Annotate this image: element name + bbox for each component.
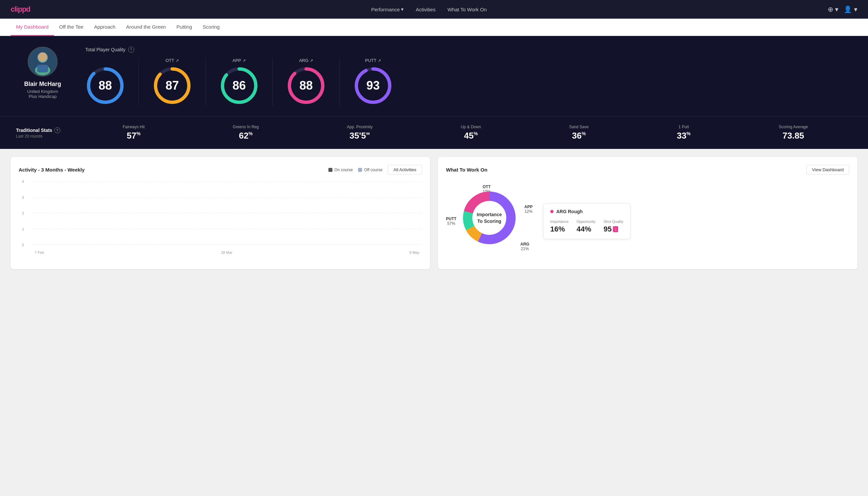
player-country: United Kingdom: [27, 89, 58, 94]
value-arg: 88: [299, 79, 313, 93]
circle-arg: ARG ↗ 88: [273, 58, 340, 106]
value-app: 86: [233, 79, 246, 93]
value-putt: 93: [366, 79, 380, 93]
metric-opportunity: Opportunity 44%: [577, 219, 596, 233]
value-total: 88: [99, 79, 112, 93]
x-label-3: 9 May: [409, 250, 419, 254]
x-label-1: 7 Feb: [35, 250, 44, 254]
circle-putt: PUTT ↗ 93: [340, 58, 406, 106]
view-dashboard-button[interactable]: View Dashboard: [806, 165, 849, 174]
donut-svg-container: Importance To Scoring: [459, 188, 519, 249]
ring-arg: 88: [286, 66, 326, 106]
bar-chart: 4 3 2 1 0 7 Feb 28 Mar 9 Ma: [19, 181, 422, 254]
avatar: [28, 47, 58, 77]
donut-area: OTT 10% APP 12% ARG 21% PUTT: [446, 181, 533, 261]
top-nav: clippd Performance ▾ Activities What To …: [0, 0, 868, 19]
x-label-2: 28 Mar: [221, 250, 232, 254]
ring-ott: 87: [152, 66, 192, 106]
activity-card-title: Activity - 3 Months - Weekly: [19, 167, 84, 173]
donut-label-putt: PUTT 57%: [446, 217, 456, 226]
user-menu[interactable]: 👤 ▾: [844, 5, 857, 13]
trad-help-icon[interactable]: ?: [54, 127, 60, 133]
trad-stats-list: Fairways Hit 57% Greens In Reg 62% App. …: [79, 125, 852, 141]
traditional-stats: Traditional Stats ? Last 20 rounds Fairw…: [0, 116, 868, 149]
stat-sand-save: Sand Save 36%: [569, 125, 589, 141]
info-panel-title: ARG Rough: [550, 209, 624, 214]
stat-greens-in-reg: Greens In Reg 62%: [233, 125, 259, 141]
legend-off-course: Off course: [358, 168, 382, 172]
tab-approach[interactable]: Approach: [89, 19, 121, 36]
bottom-section: Activity - 3 Months - Weekly On course O…: [0, 149, 868, 277]
svg-rect-4: [37, 65, 48, 73]
work-on-title: What To Work On: [446, 167, 487, 173]
nav-right: ⊕ ▾ 👤 ▾: [828, 5, 857, 13]
chart-legend: On course Off course: [328, 168, 383, 172]
metric-importance: Importance 16%: [550, 219, 569, 233]
trad-stats-title: Traditional Stats ? Last 20 rounds: [16, 127, 63, 139]
tab-scoring[interactable]: Scoring: [198, 19, 225, 36]
x-axis: 7 Feb 28 Mar 9 May: [32, 250, 422, 254]
stat-fairways-hit: Fairways Hit 57%: [123, 125, 145, 141]
hero-section: Blair McHarg United Kingdom Plus Handica…: [0, 36, 868, 116]
legend-on-course-dot: [328, 168, 332, 172]
circle-app: APP ↗ 86: [206, 58, 273, 106]
bars-container: [32, 181, 422, 245]
info-panel: ARG Rough Importance 16% Opportunity 44%…: [543, 203, 631, 239]
info-metrics: Importance 16% Opportunity 44% Shot Qual…: [550, 219, 624, 233]
stat-app-proximity: App. Proximity 35'5": [347, 125, 373, 141]
activity-card: Activity - 3 Months - Weekly On course O…: [11, 157, 430, 269]
nav-what-to-work-on[interactable]: What To Work On: [447, 7, 487, 12]
donut-section: OTT 10% APP 12% ARG 21% PUTT: [446, 181, 849, 261]
donut-svg: Importance To Scoring: [459, 188, 519, 248]
activity-card-header: Activity - 3 Months - Weekly On course O…: [19, 165, 422, 174]
shot-quality-badge: ↓: [613, 226, 618, 232]
all-activities-button[interactable]: All Activities: [388, 165, 422, 174]
tab-around-the-green[interactable]: Around the Green: [121, 19, 171, 36]
ring-putt: 93: [353, 66, 393, 106]
work-on-header: What To Work On View Dashboard: [446, 165, 849, 174]
stat-scoring-average: Scoring Average 73.85: [779, 125, 808, 141]
player-info: Blair McHarg United Kingdom Plus Handica…: [16, 47, 69, 99]
avatar-image: [28, 47, 57, 77]
legend-off-course-dot: [358, 168, 362, 172]
ring-total: 88: [85, 66, 125, 106]
logo: clippd: [11, 5, 30, 14]
red-dot-icon: [550, 210, 554, 213]
svg-point-3: [38, 52, 47, 61]
stats-section: Total Player Quality ? 88: [85, 47, 852, 106]
nav-activities[interactable]: Activities: [416, 7, 435, 12]
value-ott: 87: [165, 79, 179, 93]
total-quality-label: Total Player Quality ?: [85, 47, 852, 52]
nav-performance[interactable]: Performance ▾: [371, 6, 404, 12]
svg-text:Importance: Importance: [477, 212, 502, 217]
svg-text:To Scoring: To Scoring: [477, 218, 501, 224]
add-button[interactable]: ⊕ ▾: [828, 5, 839, 13]
tab-my-dashboard[interactable]: My Dashboard: [11, 19, 54, 36]
player-name: Blair McHarg: [24, 81, 61, 88]
help-icon[interactable]: ?: [128, 47, 134, 52]
stat-1-putt: 1 Putt 33%: [677, 125, 691, 141]
circle-total: 88: [85, 58, 139, 106]
metric-shot-quality: Shot Quality 95 ↓: [603, 219, 624, 233]
legend-on-course: On course: [328, 168, 353, 172]
donut-label-arg: ARG 21%: [520, 242, 529, 251]
donut-label-app: APP 12%: [524, 204, 533, 214]
stat-up-and-down: Up & Down 45%: [461, 125, 481, 141]
quality-circles: 88 OTT ↗ 87: [85, 58, 852, 106]
grid-line-0: 0: [32, 245, 422, 245]
work-on-card: What To Work On View Dashboard OTT 10% A…: [438, 157, 857, 269]
tab-off-the-tee[interactable]: Off the Tee: [54, 19, 89, 36]
tab-putting[interactable]: Putting: [171, 19, 198, 36]
svg-point-20: [473, 201, 506, 234]
player-handicap: Plus Handicap: [29, 94, 57, 99]
nav-links: Performance ▾ Activities What To Work On: [371, 6, 487, 12]
ring-app: 86: [219, 66, 259, 106]
sub-nav: My Dashboard Off the Tee Approach Around…: [0, 19, 868, 36]
donut-wrapper: OTT 10% APP 12% ARG 21% PUTT: [446, 181, 533, 261]
circle-ott: OTT ↗ 87: [139, 58, 206, 106]
